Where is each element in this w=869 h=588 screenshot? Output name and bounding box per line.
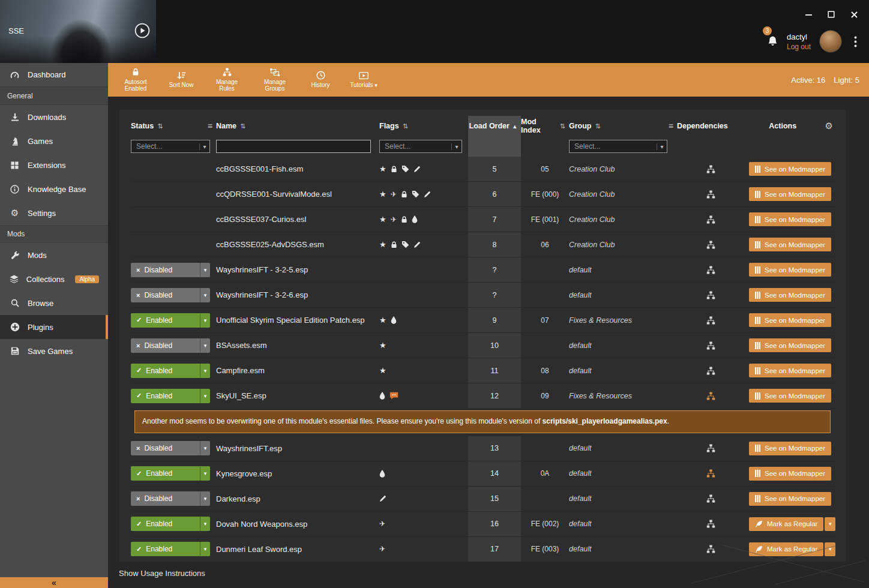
dependencies-icon[interactable]	[706, 241, 715, 249]
sidebar-collapse-button[interactable]: «	[0, 577, 108, 588]
group-by-group-icon[interactable]: ≡	[669, 121, 673, 131]
mark-as-regular-button[interactable]: Mark as Regular	[749, 517, 823, 531]
toolbar-button-sort-now[interactable]: Sort Now	[166, 68, 197, 92]
dependencies-icon[interactable]	[706, 165, 715, 173]
column-header-mod-index[interactable]: Mod Index ⇅	[521, 116, 569, 136]
plugin-row[interactable]: ✓Enabled▾Unofficial Skyrim Special Editi…	[131, 308, 837, 333]
plugin-row[interactable]: ✓Enabled▾Kynesgrove.esp140AdefaultSee on…	[131, 461, 837, 487]
sidebar-item-extensions[interactable]: Extensions	[0, 153, 108, 177]
show-usage-instructions-link[interactable]: Show Usage Instructions	[119, 569, 205, 578]
see-on-modmapper-button[interactable]: See on Modmapper	[749, 288, 831, 302]
status-dropdown-caret[interactable]: ▾	[200, 466, 210, 481]
column-header-group[interactable]: Group ⇅ ≡	[569, 116, 677, 136]
logout-link[interactable]: Log out	[787, 43, 811, 51]
toolbar-button-tutorials[interactable]: Tutorials▾	[348, 68, 379, 92]
status-toggle-button[interactable]: ×Disabled▾	[131, 491, 210, 506]
plugin-row[interactable]: ✓Enabled▾SkyUI_SE.esp1209Fixes & Resourc…	[131, 383, 837, 409]
plugin-row[interactable]: ✓Enabled▾Dunmeri Leaf Sword.esp✈17FE (00…	[131, 537, 837, 562]
see-on-modmapper-button[interactable]: See on Modmapper	[749, 263, 831, 277]
toolbar-button-manage-rules[interactable]: Manage Rules	[209, 68, 245, 92]
dependencies-icon[interactable]	[706, 266, 715, 274]
plugin-row[interactable]: ccBGSSSE025-AdvDSGS.esm★806Creation Club…	[131, 232, 837, 257]
dependencies-icon[interactable]	[706, 494, 715, 503]
column-header-flags[interactable]: Flags ⇅	[379, 116, 468, 136]
status-dropdown-caret[interactable]: ▾	[200, 491, 210, 506]
status-dropdown-caret[interactable]: ▾	[200, 263, 210, 277]
toolbar-button-autosort[interactable]: Autosort Enabled	[118, 68, 154, 92]
see-on-modmapper-button[interactable]: See on Modmapper	[749, 162, 831, 176]
close-button[interactable]	[845, 7, 863, 22]
sidebar-item-dashboard[interactable]: Dashboard	[0, 63, 108, 87]
avatar[interactable]	[819, 30, 842, 53]
see-on-modmapper-button[interactable]: See on Modmapper	[749, 364, 831, 377]
dependencies-icon[interactable]	[706, 215, 715, 224]
status-toggle-button[interactable]: ×Disabled▾	[131, 263, 210, 277]
sidebar-item-settings[interactable]: ⚙Settings	[0, 201, 108, 225]
group-by-status-icon[interactable]: ≡	[208, 121, 212, 131]
sidebar-item-mods[interactable]: Mods	[0, 243, 108, 267]
sidebar-item-browse[interactable]: Browse	[0, 291, 108, 315]
sidebar-item-knowledge-base[interactable]: Knowledge Base	[0, 177, 108, 201]
see-on-modmapper-button[interactable]: See on Modmapper	[749, 338, 831, 352]
see-on-modmapper-button[interactable]: See on Modmapper	[749, 492, 831, 506]
see-on-modmapper-button[interactable]: See on Modmapper	[749, 467, 831, 481]
status-toggle-button[interactable]: ×Disabled▾	[131, 441, 210, 455]
dependencies-icon[interactable]	[706, 367, 715, 375]
dependencies-icon[interactable]	[706, 190, 715, 199]
plugin-row[interactable]: ccBGSSSE037-Curios.esl★✈7FE (001)Creatio…	[131, 207, 837, 232]
plugin-row[interactable]: ×Disabled▾Darkend.esp15defaultSee on Mod…	[131, 487, 837, 512]
see-on-modmapper-button[interactable]: See on Modmapper	[749, 238, 831, 251]
status-toggle-button[interactable]: ✓Enabled▾	[131, 466, 210, 481]
status-toggle-button[interactable]: ✓Enabled▾	[131, 517, 210, 531]
notifications-bell-icon[interactable]	[767, 35, 778, 47]
status-toggle-button[interactable]: ✓Enabled▾	[131, 389, 210, 403]
dependencies-icon[interactable]	[706, 291, 715, 299]
see-on-modmapper-button[interactable]: See on Modmapper	[749, 442, 831, 455]
see-on-modmapper-button[interactable]: See on Modmapper	[749, 389, 831, 403]
status-dropdown-caret[interactable]: ▾	[200, 288, 210, 302]
plugin-row[interactable]: ✓Enabled▾Campfire.esm★1108defaultSee on …	[131, 358, 837, 383]
sidebar-item-save-games[interactable]: Save Games	[0, 339, 108, 363]
status-dropdown-caret[interactable]: ▾	[200, 389, 210, 403]
name-filter-input[interactable]	[216, 140, 371, 153]
status-dropdown-caret[interactable]: ▾	[200, 364, 210, 378]
sidebar-item-collections[interactable]: CollectionsAlpha	[0, 267, 108, 291]
column-header-status[interactable]: Status ⇅ ≡	[131, 116, 216, 136]
plugin-row[interactable]: ccBGSSSE001-Fish.esm★505Creation ClubSee…	[131, 157, 837, 182]
plugin-row[interactable]: ×Disabled▾BSAssets.esm★10defaultSee on M…	[131, 333, 837, 358]
status-filter-select[interactable]: Select... ▾	[131, 140, 210, 153]
status-dropdown-caret[interactable]: ▾	[200, 517, 210, 531]
play-game-icon[interactable]	[134, 23, 150, 38]
dependencies-icon[interactable]	[706, 341, 715, 350]
status-toggle-button[interactable]: ✓Enabled▾	[131, 364, 210, 378]
maximize-button[interactable]	[822, 7, 840, 22]
plugin-row[interactable]: ×Disabled▾WayshrinesIFT - 3-2-6.esp?defa…	[131, 283, 837, 308]
kebab-menu-icon[interactable]	[850, 34, 861, 50]
sidebar-item-games[interactable]: Games	[0, 129, 108, 153]
status-dropdown-caret[interactable]: ▾	[200, 313, 210, 328]
status-dropdown-caret[interactable]: ▾	[200, 542, 210, 556]
plugin-row[interactable]: ccQDRSSE001-SurvivalMode.esl★✈6FE (000)C…	[131, 182, 837, 207]
toolbar-button-manage-groups[interactable]: Manage Groups	[257, 68, 293, 92]
dependencies-icon[interactable]	[706, 392, 715, 400]
plugin-row[interactable]: ×Disabled▾WayshrinesIFT - 3-2-5.esp?defa…	[131, 257, 837, 283]
game-thumbnail[interactable]: SSE	[0, 0, 156, 63]
dependencies-icon[interactable]	[706, 316, 715, 325]
status-dropdown-caret[interactable]: ▾	[200, 441, 210, 455]
table-settings-gear-icon[interactable]: ⚙	[825, 121, 833, 131]
see-on-modmapper-button[interactable]: See on Modmapper	[749, 313, 831, 327]
plugin-row[interactable]: ✓Enabled▾Dovah Nord Weapons.esp✈16FE (00…	[131, 512, 837, 537]
plugin-row[interactable]: ×Disabled▾WayshrinesIFT.esp13defaultSee …	[131, 436, 837, 461]
dependencies-icon[interactable]	[706, 520, 715, 528]
sidebar-item-plugins[interactable]: Plugins	[0, 315, 108, 339]
dependencies-icon[interactable]	[706, 545, 715, 553]
group-filter-select[interactable]: Select... ▾	[569, 140, 667, 153]
column-header-load-order[interactable]: Load Order ▴	[468, 116, 521, 136]
action-dropdown-caret[interactable]: ▾	[825, 517, 835, 531]
see-on-modmapper-button[interactable]: See on Modmapper	[749, 187, 831, 201]
minimize-button[interactable]	[799, 7, 817, 22]
status-dropdown-caret[interactable]: ▾	[200, 338, 210, 353]
dependencies-icon[interactable]	[706, 469, 715, 478]
status-toggle-button[interactable]: ×Disabled▾	[131, 338, 210, 353]
status-toggle-button[interactable]: ×Disabled▾	[131, 288, 210, 302]
